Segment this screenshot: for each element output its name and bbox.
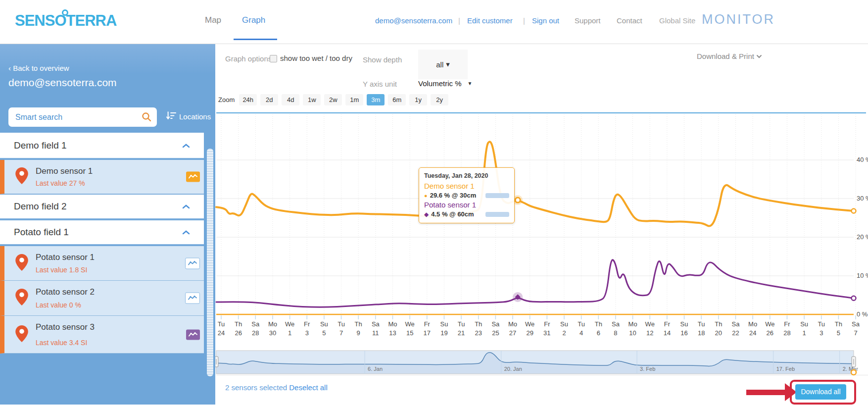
sensoterra-logo[interactable]: SENSOTERRA xyxy=(15,12,116,30)
account-title: demo@sensoterra.com xyxy=(8,77,117,89)
svg-text:7: 7 xyxy=(339,329,343,337)
svg-text:11: 11 xyxy=(372,329,379,337)
field-row-demo-field-1[interactable]: Demo field 1 xyxy=(0,133,204,159)
svg-text:24: 24 xyxy=(218,329,225,337)
svg-text:17: 17 xyxy=(424,329,431,337)
svg-text:29: 29 xyxy=(526,329,533,337)
sensor-row-potato-sensor-1[interactable]: Potato sensor 1 Last value 1.8 SI xyxy=(0,246,204,281)
show-on-graph-icon[interactable] xyxy=(186,329,200,340)
zoom-2w-button[interactable]: 2w xyxy=(324,94,342,105)
zoom-1w-button[interactable]: 1w xyxy=(303,94,321,105)
series-marker-icon: ◆ xyxy=(424,211,429,218)
chevron-down-icon xyxy=(756,54,762,58)
contact-link[interactable]: Contact xyxy=(617,16,642,25)
svg-text:Th: Th xyxy=(715,320,722,328)
sensor-row-demo-sensor-1[interactable]: Demo sensor 1 Last value 27 % xyxy=(0,160,204,194)
sensor-row-potato-sensor-2[interactable]: Potato sensor 2 Last value 0 % xyxy=(0,281,204,316)
back-to-overview-link[interactable]: ‹ Back to overview xyxy=(8,64,69,72)
depth-select[interactable]: all ▾ xyxy=(418,50,468,79)
sign-out-link[interactable]: Sign out xyxy=(532,16,559,25)
locations-sort-button[interactable]: Locations xyxy=(166,111,211,121)
svg-text:24: 24 xyxy=(749,329,756,337)
svg-text:25: 25 xyxy=(492,329,499,337)
header-separator: | xyxy=(458,16,460,25)
tab-graph[interactable]: Graph xyxy=(242,15,265,25)
too-wet-dry-label[interactable]: show too wet / too dry xyxy=(280,54,352,62)
support-link[interactable]: Support xyxy=(575,16,601,25)
svg-text:2: 2 xyxy=(562,329,566,337)
svg-text:Mo: Mo xyxy=(628,320,637,328)
show-on-graph-icon[interactable] xyxy=(185,257,200,269)
svg-text:Fr: Fr xyxy=(304,320,310,328)
edit-customer-link[interactable]: Edit customer xyxy=(467,16,513,25)
zoom-2d-button[interactable]: 2d xyxy=(260,94,278,105)
sidebar-scrollbar[interactable] xyxy=(207,149,213,376)
zoom-1y-button[interactable]: 1y xyxy=(409,94,427,105)
svg-text:23: 23 xyxy=(475,329,482,337)
active-tab-underline xyxy=(234,39,277,40)
svg-text:13: 13 xyxy=(389,329,396,337)
search-input[interactable] xyxy=(8,107,157,127)
svg-text:Tu: Tu xyxy=(578,320,585,328)
svg-text:3. Feb: 3. Feb xyxy=(640,366,655,372)
zoom-3m-button[interactable]: 3m xyxy=(367,94,385,105)
svg-text:Su: Su xyxy=(440,320,448,328)
user-email-link[interactable]: demo@sensoterra.com xyxy=(375,16,452,25)
svg-text:Th: Th xyxy=(475,320,482,328)
header-separator-2: | xyxy=(523,16,525,25)
back-chevron-icon: ‹ xyxy=(8,64,11,72)
zoom-6m-button[interactable]: 6m xyxy=(388,94,406,105)
map-pin-icon xyxy=(15,325,28,344)
zoom-2y-button[interactable]: 2y xyxy=(431,94,448,105)
field-row-demo-field-2[interactable]: Demo field 2 xyxy=(0,195,204,219)
svg-text:We: We xyxy=(765,320,774,328)
global-site-link[interactable]: Global Site xyxy=(659,16,695,25)
download-all-button[interactable]: Download all xyxy=(795,384,846,400)
svg-text:5: 5 xyxy=(322,329,326,337)
field-name: Demo field 2 xyxy=(14,201,67,212)
svg-text:Sa: Sa xyxy=(612,320,620,328)
svg-text:Th: Th xyxy=(235,320,242,328)
chevron-up-icon[interactable] xyxy=(182,141,190,150)
chevron-up-icon[interactable] xyxy=(182,202,190,211)
zoom-1m-button[interactable]: 1m xyxy=(345,94,363,105)
annotation-arrow xyxy=(746,390,785,395)
chart-tooltip: Tuesday, Jan 28, 2020 Demo sensor 1 ● 29… xyxy=(419,167,515,223)
sensor-row-potato-sensor-3[interactable]: Potato sensor 3 Last value 3.4 SI xyxy=(0,316,204,354)
deselect-all-link[interactable]: Deselect all xyxy=(289,383,328,392)
tab-map[interactable]: Map xyxy=(205,15,221,25)
chevron-up-icon[interactable] xyxy=(182,228,190,237)
sensor-last-value: Last value 0 % xyxy=(36,301,81,309)
search-icon[interactable] xyxy=(142,112,151,124)
svg-text:Tu: Tu xyxy=(458,320,465,328)
svg-text:Sa: Sa xyxy=(251,320,260,328)
zoom-24h-button[interactable]: 24h xyxy=(239,94,257,105)
show-on-graph-icon[interactable] xyxy=(185,293,200,304)
back-label: Back to overview xyxy=(13,64,69,72)
svg-text:Fr: Fr xyxy=(784,320,790,328)
show-on-graph-icon[interactable] xyxy=(186,172,200,182)
svg-text:Tu: Tu xyxy=(338,320,345,328)
svg-text:0 %: 0 % xyxy=(857,310,868,318)
too-wet-dry-checkbox[interactable] xyxy=(270,55,277,62)
svg-text:7: 7 xyxy=(854,329,857,337)
zoom-label: Zoom xyxy=(218,96,235,103)
sort-icon xyxy=(166,111,176,121)
show-depth-label: Show depth xyxy=(363,55,402,64)
tooltip-series-name: Demo sensor 1 xyxy=(424,182,509,190)
svg-text:19: 19 xyxy=(440,329,447,337)
logo-pin-o-icon: O xyxy=(54,12,66,29)
y-axis-unit-select[interactable]: Volumetric % ▼ xyxy=(418,79,472,88)
svg-text:26: 26 xyxy=(235,329,241,337)
field-row-potato-field-1[interactable]: Potato field 1 xyxy=(0,220,204,245)
sensor-name: Potato sensor 3 xyxy=(36,322,95,332)
svg-text:18: 18 xyxy=(698,329,705,337)
svg-text:28: 28 xyxy=(783,329,790,337)
svg-text:3: 3 xyxy=(820,329,823,337)
zoom-4d-button[interactable]: 4d xyxy=(282,94,299,105)
logo-text: SENS xyxy=(15,12,54,29)
svg-text:Sa: Sa xyxy=(372,320,380,328)
download-print-label: Download & Print xyxy=(697,52,754,60)
svg-text:26: 26 xyxy=(767,329,773,337)
download-print-button[interactable]: Download & Print xyxy=(697,52,762,60)
